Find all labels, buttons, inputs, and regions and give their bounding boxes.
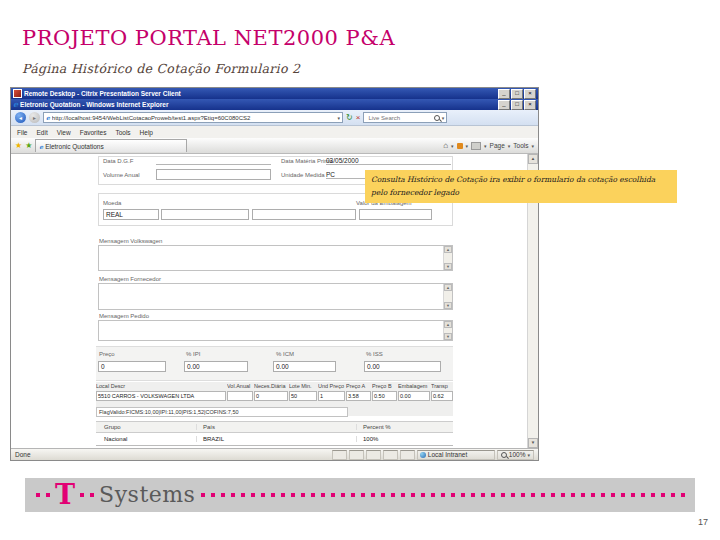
ipi-label: % IPI [186, 351, 200, 357]
col-lote-min: Lote Min. [289, 383, 317, 389]
address-field[interactable]: e http://localhost:9454/WebListCotacaoPr… [43, 112, 343, 123]
scroll-up-icon[interactable]: ▲ [444, 246, 452, 253]
page-dropdown-icon[interactable]: ▾ [508, 143, 511, 149]
feeds-icon[interactable] [457, 143, 463, 149]
print-icon[interactable] [471, 142, 481, 150]
icm-label: % ICM [276, 351, 294, 357]
forward-button[interactable]: ► [29, 112, 40, 123]
volume-anual-input[interactable] [156, 169, 271, 180]
add-favorite-icon[interactable]: ★ [25, 142, 32, 150]
home-dropdown-icon[interactable]: ▾ [451, 143, 454, 149]
col-vol-anual: Vol.Anual [227, 383, 253, 389]
address-dropdown-icon[interactable]: ▾ [337, 115, 340, 121]
scroll-up-icon[interactable]: ▲ [528, 154, 538, 164]
zoom-level: 100% [509, 451, 526, 458]
back-button[interactable]: ◄ [15, 112, 26, 123]
col-neces-diaria: Neces.Diária [254, 383, 288, 389]
tools-dropdown-icon[interactable]: ▾ [531, 143, 534, 149]
quote-table-row[interactable]: 5510 CARROS - VOLKSWAGEN LTDA 0 50 1 3.5… [96, 391, 453, 401]
scroll-down-icon[interactable]: ▼ [444, 302, 452, 309]
close-button[interactable]: × [524, 89, 536, 99]
tab-eletronic-quotations[interactable]: e Eletronic Quotations [35, 139, 187, 152]
mensagem-volkswagen-label: Mensagem Volkswagen [99, 238, 162, 244]
mensagem-fornecedor-textarea[interactable]: ▲▼ [98, 283, 453, 310]
security-zone: Local Intranet [417, 450, 495, 460]
menu-file[interactable]: File [17, 129, 27, 136]
moeda-label: Moeda [103, 200, 121, 206]
data-dgf-label: Data D.G.F [103, 158, 133, 164]
scroll-up-icon[interactable]: ▲ [444, 321, 452, 328]
logo-dot [36, 493, 40, 497]
logo-dot [46, 493, 50, 497]
moeda-input-2[interactable] [161, 209, 249, 220]
back-arrow-icon: ◄ [18, 115, 23, 121]
print-dropdown-icon[interactable]: ▾ [484, 143, 487, 149]
search-input[interactable] [366, 114, 431, 122]
scroll-up-icon[interactable]: ▲ [444, 284, 452, 291]
flag-valido-field: FlagValido:FICMS:10,00|IPI:11,00|PIS:1,5… [96, 407, 348, 417]
outer-title: Remote Desktop - Citrix Presentation Ser… [24, 90, 181, 97]
col-percent: Percent % [356, 424, 453, 430]
favorites-star-icon[interactable]: ★ [15, 142, 22, 150]
zoom-dropdown-icon[interactable]: ▾ [527, 452, 530, 458]
zoom-icon [501, 452, 507, 458]
data-materia-input[interactable] [326, 156, 451, 165]
scroll-down-icon[interactable]: ▼ [444, 333, 452, 340]
icm-input[interactable]: 0.00 [273, 361, 336, 372]
ipi-input[interactable]: 0.00 [184, 361, 248, 372]
remote-desktop-window: Remote Desktop - Citrix Presentation Ser… [10, 87, 539, 461]
moeda-input[interactable]: REAL [103, 209, 159, 220]
minimize-button[interactable]: _ [498, 89, 510, 99]
ie-title: Eletronic Quotation - Windows Internet E… [20, 101, 168, 108]
col-grupo: Grupo [96, 424, 196, 430]
restore-button[interactable]: □ [511, 89, 523, 99]
home-icon[interactable]: ⌂ [443, 141, 448, 150]
zoom-control[interactable]: 100% ▾ [497, 450, 534, 460]
menu-view[interactable]: View [57, 129, 71, 136]
iss-label: % ISS [366, 351, 383, 357]
group-table-header: Grupo País Percent % [96, 421, 453, 433]
col-preco-a: Preço A [346, 383, 371, 389]
page-menu-button[interactable]: Page [490, 142, 505, 149]
menu-tools[interactable]: Tools [115, 129, 130, 136]
menu-favorites[interactable]: Favorites [80, 129, 107, 136]
status-pane [383, 450, 398, 460]
ie-titlebar[interactable]: e Eletronic Quotation - Windows Internet… [11, 99, 538, 110]
iss-input[interactable]: 0.00 [364, 361, 441, 372]
scroll-down-icon[interactable]: ▼ [528, 438, 538, 448]
tools-menu-button[interactable]: Tools [513, 142, 528, 149]
scroll-down-icon[interactable]: ▼ [444, 263, 452, 270]
search-icon[interactable] [434, 115, 440, 121]
ie-close-button[interactable]: × [524, 100, 536, 110]
moeda-input-3[interactable] [252, 209, 356, 220]
mensagem-volkswagen-textarea[interactable]: ▲▼ [98, 245, 453, 271]
data-materia-label: Data Matéria Prima [281, 158, 333, 164]
group-table-row[interactable]: Nacional BRAZIL 100% [96, 433, 453, 446]
refresh-icon[interactable]: ↻ [346, 114, 353, 122]
page-number: 17 [698, 517, 708, 527]
mensagem-pedido-textarea[interactable]: ▲▼ [98, 320, 453, 341]
price-section: Preço % IPI % ICM % ISS 0 0.00 0.00 0.00 [96, 346, 453, 381]
valor-embalagem-input[interactable] [359, 209, 432, 220]
quote-table-header: Local Descr Vol.Anual Neces.Diária Lote … [96, 382, 453, 390]
page-title: PROJETO PORTAL NET2000 P&A [22, 26, 395, 50]
preco-input[interactable]: 0 [98, 361, 166, 372]
menu-edit[interactable]: Edit [36, 129, 47, 136]
feeds-dropdown-icon[interactable]: ▾ [466, 143, 469, 149]
t-systems-wordmark: Systems [99, 483, 195, 507]
search-box[interactable]: ▾ [363, 112, 447, 123]
status-pane [349, 450, 364, 460]
col-embalagem: Embalagem [398, 383, 430, 389]
ie-restore-button[interactable]: □ [511, 100, 523, 110]
ie-minimize-button[interactable]: _ [498, 100, 510, 110]
menu-help[interactable]: Help [140, 129, 153, 136]
tab-label: Eletronic Quotations [45, 143, 104, 150]
preco-label: Preço [99, 351, 115, 357]
stop-icon[interactable]: × [356, 114, 361, 122]
col-pais: País [196, 424, 356, 430]
col-transp: Transp [431, 383, 453, 389]
group-table: Grupo País Percent % Nacional BRAZIL 100… [96, 421, 453, 446]
search-dropdown-icon[interactable]: ▾ [442, 115, 445, 121]
data-dgf-input[interactable] [156, 156, 271, 165]
outer-titlebar[interactable]: Remote Desktop - Citrix Presentation Ser… [11, 88, 538, 99]
